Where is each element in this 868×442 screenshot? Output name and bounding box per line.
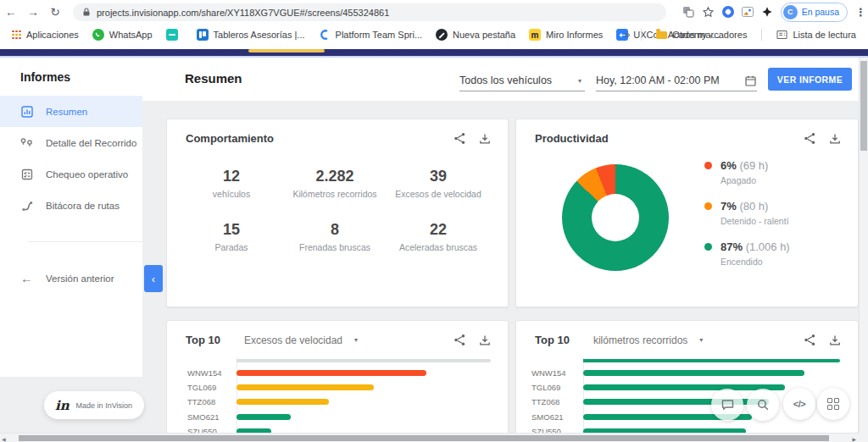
bar-category-label: TTZ068 — [187, 397, 236, 406]
bar-category-label: SMO621 — [531, 412, 583, 422]
bar-category-label: WNW154 — [187, 368, 236, 378]
sidebar-item-chequeo-operativo[interactable]: Chequeo operativo — [0, 158, 142, 190]
bar — [236, 399, 329, 405]
sidebar-item-detalle-recorrido[interactable]: Detalle del Recorrido — [0, 127, 142, 158]
bookmark-tableros[interactable]: Tableros Asesorías |... — [190, 26, 312, 43]
bar — [236, 370, 426, 376]
download-icon[interactable] — [829, 133, 841, 145]
translate-icon[interactable] — [682, 6, 694, 18]
bookmark-platform-team[interactable]: Platform Team Spri... — [312, 26, 430, 43]
download-icon[interactable] — [479, 133, 491, 145]
bar-category-label: SMO621 — [187, 412, 236, 422]
vertical-scrollbar[interactable] — [859, 58, 868, 433]
zoom-search-button[interactable] — [747, 389, 779, 421]
share-icon[interactable] — [804, 132, 816, 145]
bar-chart-icon — [19, 105, 34, 119]
app-navbar-edge — [0, 49, 868, 56]
share-icon[interactable] — [804, 334, 816, 346]
route-pins-icon — [19, 136, 34, 150]
legend-dot-red — [704, 162, 712, 169]
bookmark-miro[interactable]: m Miro Informes — [522, 26, 609, 43]
invision-logo: in — [55, 398, 70, 413]
bar — [583, 370, 804, 376]
folder-icon — [656, 31, 667, 39]
reading-list[interactable]: Lista de lectura — [770, 26, 863, 43]
navbar-hairline — [0, 56, 868, 58]
ver-informe-button[interactable]: VER INFORME — [768, 68, 852, 91]
sidebar: Informes Resumen Detalle del Recorrido C… — [0, 58, 142, 377]
download-icon[interactable] — [479, 334, 491, 346]
card-title: Top 10 — [535, 334, 570, 346]
bookmarks-bar: Aplicaciones WhatsApp Tableros Asesorías… — [0, 24, 868, 46]
page-title: Resumen — [185, 71, 242, 86]
other-bookmarks[interactable]: Otros marcadores — [649, 26, 754, 43]
extensions-puzzle-icon[interactable] — [761, 6, 773, 18]
vertical-scrollbar-thumb[interactable] — [860, 61, 867, 151]
browser-toolbar: ← → ↻ projects.invisionapp.com/share/XY1… — [0, 0, 868, 24]
share-icon[interactable] — [453, 132, 466, 145]
download-icon[interactable] — [829, 334, 841, 346]
bar-row-TGL069: TGL069 — [167, 382, 508, 392]
sidebar-item-version-anterior[interactable]: ← Versión anterior — [0, 262, 142, 294]
whatsapp-icon — [92, 29, 104, 41]
sidebar-title: Informes — [20, 70, 142, 84]
scroll-right-arrow[interactable]: ▶ — [852, 436, 856, 442]
teal-app-icon — [166, 29, 178, 41]
legend-dot-orange — [704, 202, 712, 210]
bar-row-WNW154: WNW154 — [167, 367, 508, 378]
bar-row-WNW154: WNW154 — [516, 367, 858, 378]
scroll-left-arrow[interactable]: ◀ — [2, 436, 6, 442]
browser-back-button[interactable]: ← — [0, 0, 22, 24]
toolbar-right-icons: C En pausa ⋮ — [682, 0, 864, 24]
made-in-invision-badge[interactable]: in Made in InVision — [44, 391, 144, 419]
sidebar-item-resumen[interactable]: Resumen — [0, 96, 142, 127]
browser-reload-button[interactable]: ↻ — [44, 0, 66, 24]
checklist-icon — [19, 168, 34, 181]
horizontal-scrollbar-thumb[interactable] — [19, 435, 829, 441]
bookmark-teal-app[interactable] — [159, 26, 190, 43]
top10-metric-select[interactable]: kilómetros recorridos ▾ — [593, 334, 706, 346]
browser-menu-icon[interactable]: ⋮ — [855, 6, 864, 19]
share-icon[interactable] — [453, 334, 466, 346]
extension-blue-icon[interactable] — [722, 6, 734, 18]
bar-category-label: WNW154 — [531, 368, 583, 378]
partial-bar — [236, 359, 491, 362]
route-s-icon — [19, 199, 34, 213]
horizontal-scrollbar[interactable]: ◀ ▶ — [0, 433, 859, 442]
card-top10-excesos: Top 10 Excesos de velocidad ▾ WNW154TGL0… — [166, 320, 509, 442]
bookmark-aplicaciones[interactable]: Aplicaciones — [5, 26, 86, 43]
calendar-icon — [744, 75, 757, 87]
sidebar-collapse-button[interactable]: ‹ — [144, 265, 163, 292]
media-extension-icon[interactable] — [742, 7, 754, 17]
date-range-picker[interactable]: Hoy, 12:00 AM - 02:00 PM — [596, 70, 757, 91]
top10-metric-select[interactable]: Excesos de velocidad ▾ — [244, 334, 361, 346]
chevron-down-icon: ▾ — [578, 77, 581, 85]
chevron-down-icon: ▾ — [354, 336, 358, 344]
screens-grid-button[interactable] — [817, 388, 849, 420]
comment-button[interactable] — [711, 389, 743, 421]
lock-icon — [82, 8, 91, 17]
profile-chip[interactable]: C En pausa — [781, 3, 848, 22]
trello-icon — [197, 29, 209, 41]
bar-category-label: TTZ068 — [531, 397, 583, 406]
browser-chrome: ← → ↻ projects.invisionapp.com/share/XY1… — [0, 0, 868, 49]
apps-grid-icon — [12, 30, 21, 40]
profile-status-label: En pausa — [802, 7, 839, 17]
bookmark-whatsapp[interactable]: WhatsApp — [86, 26, 159, 43]
bookmarks-bar-right: » Otros marcadores Lista de lectura — [621, 24, 863, 46]
address-bar[interactable]: projects.invisionapp.com/share/XY118XG7V… — [73, 3, 666, 21]
sidebar-item-bitacora-rutas[interactable]: Bitácora de rutas — [0, 190, 142, 221]
donut-legend: 6% (69 h) Apagado 7% (80 h) Detenido - r… — [704, 159, 790, 281]
grid-icon — [827, 398, 840, 411]
bookmarks-overflow-icon[interactable]: » — [621, 29, 634, 41]
legend-detenido: 7% (80 h) Detenido - ralentí — [704, 200, 790, 226]
bookmark-star-icon[interactable] — [702, 6, 715, 19]
page-header: Resumen Todos los vehículos ▾ Hoy, 12:00… — [142, 58, 859, 101]
stat-paradas: 15Paradas — [214, 221, 248, 252]
bookmark-nueva-pestana[interactable]: Nueva pestaña — [429, 26, 522, 43]
bar-row-TTZ068: TTZ068 — [167, 397, 508, 407]
stat-aceleradas: 22Aceleradas bruscas — [399, 221, 477, 252]
vehicle-filter-select[interactable]: Todos los vehículos ▾ — [459, 70, 585, 91]
inspect-code-button[interactable]: </> — [783, 388, 815, 420]
browser-forward-button[interactable]: → — [22, 0, 44, 24]
